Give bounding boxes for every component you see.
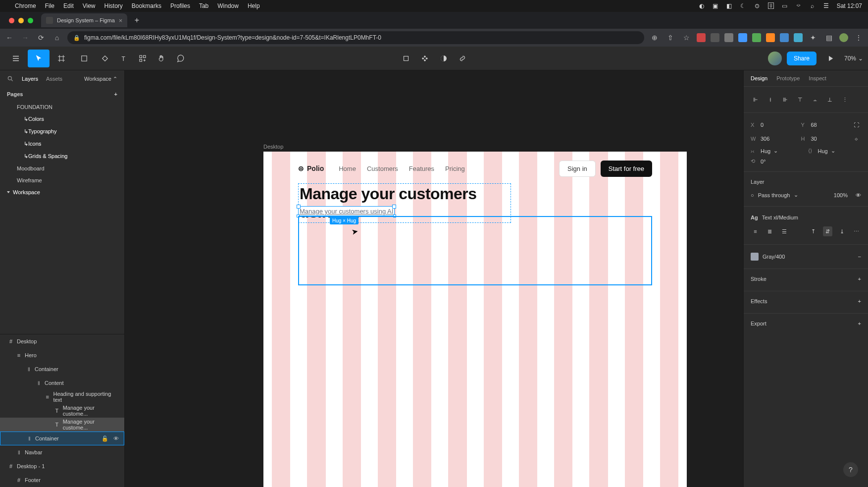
status-icon[interactable]: ◐ <box>698 2 705 9</box>
status-icon[interactable]: ⊙ <box>754 2 761 9</box>
new-tab-button[interactable]: + <box>130 14 143 27</box>
align-top-icon[interactable]: ⊤ <box>795 95 805 105</box>
resize-w-field[interactable]: ›‹Hug ⌄ <box>751 148 804 154</box>
blend-mode-field[interactable]: ○Pass through ⌄100%👁 <box>744 189 868 201</box>
menu-window[interactable]: Window <box>217 2 239 9</box>
address-bar[interactable]: 🔒 figma.com/file/kLm80I68RIHy83yxU1Mq1f/… <box>67 31 644 44</box>
page-item[interactable]: FOUNDATION <box>0 101 124 113</box>
page-item[interactable]: ↳Grids & Spacing <box>0 150 124 162</box>
reading-list-icon[interactable]: ▤ <box>823 32 834 43</box>
w-field[interactable]: W306 <box>751 134 797 144</box>
add-effect-button[interactable]: + <box>858 298 861 304</box>
pen-tool[interactable] <box>96 50 114 67</box>
distribute-icon[interactable]: ⋮ <box>840 95 850 105</box>
frame-label[interactable]: Desktop <box>263 144 283 150</box>
layer-row[interactable]: ⦀Navbar <box>0 445 124 459</box>
extension-icon[interactable] <box>738 33 747 42</box>
layer-row[interactable]: ⦀Container <box>0 362 124 376</box>
moon-icon[interactable]: ☾ <box>740 2 747 9</box>
align-right-icon[interactable]: ⊪ <box>780 95 790 105</box>
window-controls[interactable] <box>4 18 38 23</box>
status-icon[interactable]: ◧ <box>726 2 733 9</box>
page-item[interactable]: ↳Typography <box>0 125 124 138</box>
search-icon[interactable]: ⌕ <box>809 2 816 9</box>
extensions-icon[interactable]: ✦ <box>808 32 818 43</box>
layer-row[interactable]: ≡Heading and supporting text <box>0 390 124 404</box>
extension-icon[interactable] <box>794 33 803 42</box>
extension-icon[interactable] <box>697 33 706 42</box>
rotation-field[interactable]: ⟲0° <box>751 158 861 164</box>
h-field[interactable]: H30 <box>801 134 848 144</box>
help-button[interactable]: ? <box>843 462 858 477</box>
constrain-icon[interactable]: ⛶ <box>851 120 861 130</box>
move-tool[interactable] <box>28 50 50 67</box>
layer-row[interactable]: #Desktop <box>0 334 124 348</box>
clock[interactable]: Sat 12:07 <box>837 2 862 9</box>
fill-row[interactable]: Gray/400− <box>744 250 868 264</box>
bookmark-icon[interactable]: ☆ <box>681 32 692 43</box>
link-tool[interactable] <box>454 50 471 67</box>
add-stroke-button[interactable]: + <box>858 276 861 282</box>
user-avatar[interactable] <box>768 52 782 65</box>
text-align-right-icon[interactable]: ☰ <box>779 226 789 236</box>
visibility-icon[interactable]: 👁 <box>113 435 119 441</box>
extension-icon[interactable] <box>724 33 733 42</box>
page-item[interactable]: Wireframe <box>0 174 124 186</box>
remove-fill-icon[interactable]: − <box>858 254 861 260</box>
visibility-icon[interactable]: 👁 <box>856 192 861 198</box>
page-selector[interactable]: Workspace ⌃ <box>84 76 117 82</box>
status-icon[interactable]: ▣ <box>712 2 719 9</box>
page-item[interactable]: Moodboard <box>0 162 124 174</box>
comment-tool[interactable] <box>171 50 189 67</box>
extension-icon[interactable] <box>752 33 761 42</box>
close-tab-icon[interactable]: × <box>119 17 123 24</box>
share-icon[interactable]: ⇧ <box>665 32 676 43</box>
present-button[interactable] <box>821 50 839 67</box>
battery-icon[interactable]: ▭ <box>781 2 788 9</box>
page-item-current[interactable]: Workspace <box>0 186 124 198</box>
component-tool[interactable] <box>397 50 415 67</box>
menu-tab[interactable]: Tab <box>199 2 208 9</box>
menu-bookmarks[interactable]: Bookmarks <box>132 2 161 9</box>
layer-row[interactable]: ⦀Content <box>0 376 124 390</box>
add-page-button[interactable]: + <box>114 91 117 97</box>
home-button[interactable]: ⌂ <box>51 32 62 43</box>
wifi-icon[interactable]: ⌔ <box>795 2 802 9</box>
search-icon[interactable] <box>7 75 14 82</box>
control-center-icon[interactable]: ☰ <box>823 2 830 9</box>
text-align-left-icon[interactable]: ≡ <box>751 226 760 236</box>
text-align-middle-icon[interactable]: ⇵ <box>823 226 832 236</box>
mask-tool[interactable] <box>416 50 434 67</box>
link-wh-icon[interactable]: ⟐ <box>851 134 861 144</box>
resources-tool[interactable] <box>134 50 152 67</box>
layer-row[interactable]: ≡Hero <box>0 348 124 362</box>
back-button[interactable]: ← <box>4 32 15 43</box>
reload-button[interactable]: ⟳ <box>36 32 47 43</box>
text-align-bottom-icon[interactable]: ⤓ <box>837 226 847 236</box>
tab-design[interactable]: Design <box>751 75 767 81</box>
text-align-top-icon[interactable]: ⤒ <box>809 226 818 236</box>
tab-prototype[interactable]: Prototype <box>776 75 800 81</box>
menu-view[interactable]: View <box>83 2 96 9</box>
add-export-button[interactable]: + <box>858 321 861 326</box>
shape-tool[interactable] <box>73 50 95 67</box>
main-menu-button[interactable] <box>5 50 27 67</box>
align-center-v-icon[interactable]: ⫠ <box>810 95 820 105</box>
align-left-icon[interactable]: ⊩ <box>751 95 761 105</box>
text-align-center-icon[interactable]: ≣ <box>765 226 774 236</box>
zoom-icon[interactable]: ⊕ <box>649 32 660 43</box>
tab-inspect[interactable]: Inspect <box>809 75 826 81</box>
assets-tab[interactable]: Assets <box>46 76 62 82</box>
forward-button[interactable]: → <box>20 32 31 43</box>
color-swatch[interactable] <box>751 253 759 261</box>
menu-profiles[interactable]: Profiles <box>170 2 190 9</box>
more-options-icon[interactable]: ⋯ <box>852 226 861 236</box>
page-item[interactable]: ↳Colors <box>0 113 124 125</box>
text-tool[interactable]: T <box>115 50 133 67</box>
resize-h-field[interactable]: ⟨⟩Hug ⌄ <box>808 148 862 154</box>
layer-row-hover[interactable]: ⦀Container🔓👁 <box>0 432 124 445</box>
subheading-selection[interactable]: Manage your customers using AI <box>298 206 395 216</box>
boolean-tool[interactable] <box>435 50 453 67</box>
share-button[interactable]: Share <box>787 52 817 65</box>
hand-tool[interactable] <box>153 50 170 67</box>
